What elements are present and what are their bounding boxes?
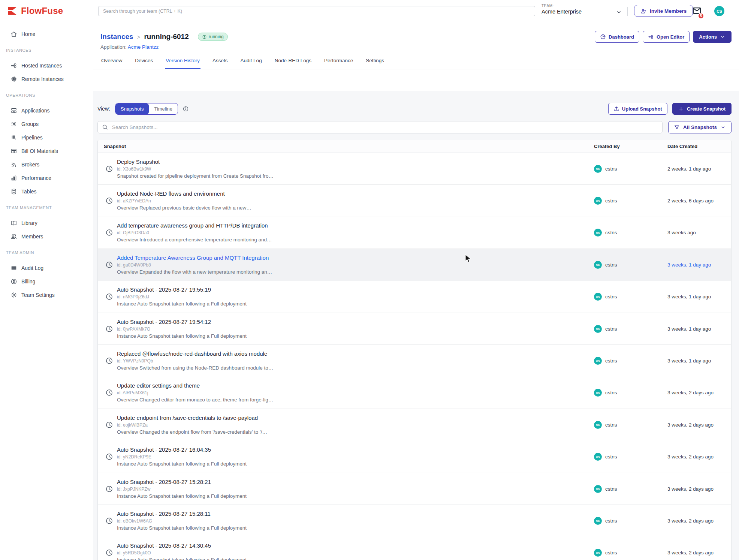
tab-settings[interactable]: Settings	[365, 55, 385, 69]
sidebar-item-home[interactable]: Home	[0, 27, 93, 41]
flowfuse-logo[interactable]: FlowFuse	[7, 5, 63, 16]
sidebar: HomeINSTANCESHosted InstancesRemote Inst…	[0, 22, 93, 560]
snapshot-title[interactable]: Auto Snapshot - 2025-08-27 15:28:21	[117, 478, 247, 486]
table-row[interactable]: Auto Snapshot - 2025-08-27 15:28:11id: o…	[98, 505, 731, 537]
sidebar-item-label: Pipelines	[21, 135, 43, 141]
tab-overview[interactable]: Overview	[100, 55, 123, 69]
tab-node-red-logs[interactable]: Node-RED Logs	[274, 55, 312, 69]
snapshot-title[interactable]: Replaced @flowfuse/node-red-dashboard wi…	[117, 350, 273, 358]
actions-button[interactable]: Actions	[693, 31, 732, 43]
sidebar-item-bill-of-materials[interactable]: Bill Of Materials	[0, 144, 93, 158]
tab-performance[interactable]: Performance	[323, 55, 354, 69]
sidebar-item-performance[interactable]: Performance	[0, 171, 93, 185]
date-created-cell: 3 weeks, 2 days ago	[667, 550, 731, 556]
snapshot-title[interactable]: Auto Snapshot - 2025-08-27 19:54:12	[117, 318, 247, 326]
created-by-cell: cscstns	[594, 485, 667, 493]
snapshot-title[interactable]: Update endpoint from /save-credentials t…	[117, 414, 267, 422]
invite-members-button[interactable]: Invite Members	[634, 5, 693, 17]
column-header-created-by: Created By	[594, 144, 667, 149]
view-toggle-timeline[interactable]: Timeline	[149, 103, 178, 114]
view-toggle-snapshots[interactable]: Snapshots	[115, 103, 149, 114]
table-row[interactable]: Auto Snapshot - 2025-08-27 14:30:45id: y…	[98, 537, 731, 560]
application-link[interactable]: Acme Plantzz	[128, 44, 159, 50]
team-selector[interactable]: TEAM: Acme Enterprise	[542, 4, 582, 15]
snapshot-title[interactable]: Deploy Snapshot	[117, 158, 274, 166]
tab-version-history[interactable]: Version History	[165, 55, 200, 69]
snapshot-search-input[interactable]	[97, 121, 663, 133]
snapshot-title[interactable]: Auto Snapshot - 2025-08-27 19:55:19	[117, 286, 247, 293]
sidebar-item-groups[interactable]: Groups	[0, 117, 93, 131]
sidebar-item-hosted-instances[interactable]: Hosted Instances	[0, 59, 93, 72]
table-row[interactable]: Add temperature awareness group and HTTP…	[98, 217, 731, 249]
plus-icon	[678, 106, 684, 112]
global-search-input[interactable]	[98, 6, 535, 16]
snapshot-title[interactable]: Added Temperature Awareness Group and MQ…	[117, 254, 272, 262]
snapshot-cell: Auto Snapshot - 2025-08-27 19:54:12id: 0…	[98, 318, 594, 340]
tab-devices[interactable]: Devices	[134, 55, 154, 69]
info-icon[interactable]	[183, 106, 189, 112]
status-target-icon	[202, 34, 207, 39]
clock-icon	[105, 485, 113, 493]
date-created-cell: 3 weeks, 1 day ago	[667, 262, 731, 268]
snapshot-description: Instance Auto Snapshot taken following a…	[117, 460, 247, 467]
table-row[interactable]: Auto Snapshot - 2025-08-27 15:28:21id: J…	[98, 473, 731, 505]
sidebar-item-members[interactable]: Members	[0, 230, 93, 243]
table-row[interactable]: Auto Snapshot - 2025-08-27 16:04:35id: y…	[98, 441, 731, 473]
sidebar-item-brokers[interactable]: Brokers	[0, 158, 93, 171]
page-title: running-6012	[144, 33, 188, 41]
table-row[interactable]: Update endpoint from /save-credentials t…	[98, 409, 731, 441]
table-row[interactable]: Replaced @flowfuse/node-red-dashboard wi…	[98, 345, 731, 377]
snapshot-title[interactable]: Update editor settings and theme	[117, 382, 273, 389]
sidebar-item-billing[interactable]: Billing	[0, 275, 93, 288]
view-toggle[interactable]: SnapshotsTimeline	[115, 103, 178, 115]
breadcrumb-instances-link[interactable]: Instances	[100, 33, 133, 41]
team-name: Acme Enterprise	[542, 9, 582, 15]
dashboard-button[interactable]: Dashboard	[595, 31, 639, 43]
create-snapshot-button[interactable]: Create Snapshot	[672, 103, 732, 115]
table-row[interactable]: Update editor settings and themeid: AlRP…	[98, 377, 731, 409]
snapshot-title[interactable]: Updated Node-RED flows and environment	[117, 190, 251, 198]
created-by-cell: cscstns	[594, 197, 667, 205]
tab-assets[interactable]: Assets	[212, 55, 229, 69]
snapshot-cell: Update endpoint from /save-credentials t…	[98, 414, 594, 436]
clock-icon	[105, 325, 113, 333]
sidebar-item-audit-log[interactable]: Audit Log	[0, 261, 93, 275]
table-row[interactable]: Updated Node-RED flows and environmentid…	[98, 185, 731, 217]
author-avatar: cs	[594, 389, 602, 397]
snapshot-cell: Update editor settings and themeid: AlRP…	[98, 382, 594, 403]
snapshot-id: id: aKZPYvEDAn	[117, 198, 251, 204]
snapshot-title[interactable]: Auto Snapshot - 2025-08-27 16:04:35	[117, 446, 247, 454]
snapshot-title[interactable]: Auto Snapshot - 2025-08-27 14:30:45	[117, 542, 247, 550]
table-row[interactable]: Auto Snapshot - 2025-08-27 19:54:12id: 0…	[98, 313, 731, 345]
author-avatar: cs	[594, 197, 602, 205]
snapshot-title[interactable]: Auto Snapshot - 2025-08-27 15:28:11	[117, 510, 247, 518]
table-header: Snapshot Created By Date Created	[98, 140, 731, 153]
search-icon	[102, 124, 108, 130]
snapshot-filter-dropdown[interactable]: All Snapshots	[668, 121, 732, 133]
snapshot-id: id: y5RD5Ggk0O	[117, 550, 247, 556]
open-editor-button[interactable]: Open Editor	[643, 31, 690, 43]
pipelines-icon	[10, 134, 17, 141]
snapshot-title[interactable]: Add temperature awareness group and HTTP…	[117, 222, 272, 229]
user-avatar[interactable]: CS	[714, 6, 724, 16]
upload-snapshot-button[interactable]: Upload Snapshot	[608, 103, 667, 115]
sidebar-item-applications[interactable]: Applications	[0, 104, 93, 117]
team-chevron-down-icon[interactable]	[616, 9, 622, 15]
table-row[interactable]: Added Temperature Awareness Group and MQ…	[98, 249, 731, 281]
created-by-cell: cscstns	[594, 229, 667, 237]
author-avatar: cs	[594, 453, 602, 461]
table-row[interactable]: Auto Snapshot - 2025-08-27 19:55:19id: n…	[98, 281, 731, 313]
divider	[686, 7, 686, 16]
clock-icon	[105, 549, 113, 557]
sidebar-item-team-settings[interactable]: Team Settings	[0, 288, 93, 302]
sidebar-item-tables[interactable]: Tables	[0, 185, 93, 198]
table-row[interactable]: Deploy Snapshotid: X3o6Bw1k9WSnapshot cr…	[98, 153, 731, 185]
notifications-button[interactable]: 5	[692, 6, 705, 18]
sidebar-item-library[interactable]: Library	[0, 216, 93, 230]
snapshot-table: Snapshot Created By Date Created Deploy …	[97, 140, 732, 560]
tab-bar: OverviewDevicesVersion HistoryAssetsAudi…	[100, 55, 732, 69]
tab-audit-log[interactable]: Audit Log	[240, 55, 263, 69]
billing-icon	[10, 278, 17, 285]
sidebar-item-pipelines[interactable]: Pipelines	[0, 131, 93, 144]
sidebar-item-remote-instances[interactable]: Remote Instances	[0, 72, 93, 86]
